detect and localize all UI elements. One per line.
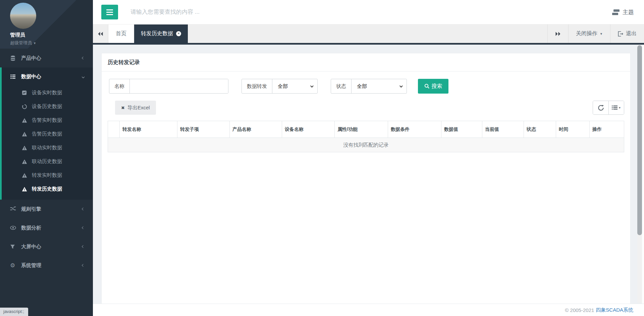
forward-filter-group: 数据转发 全部 — [241, 79, 318, 94]
sub-item-label: 告警历史数据 — [32, 131, 62, 137]
rewind-icon — [98, 32, 103, 36]
sidebar-item-device-realtime[interactable]: 设备实时数据 — [2, 86, 93, 100]
chevron-down-icon — [310, 84, 314, 88]
history-icon — [22, 104, 28, 109]
chevron-left-icon — [82, 226, 85, 229]
search-button-label: 搜索 — [432, 83, 442, 90]
logout-button[interactable]: 退出 — [610, 24, 644, 43]
status-tooltip: javascript:; — [0, 308, 28, 316]
close-operations-label: 关闭操作 — [576, 30, 597, 37]
export-excel-button[interactable]: ✖ 导出Excel — [115, 101, 156, 115]
name-filter-label: 名称 — [109, 79, 130, 93]
col-data-condition: 数据条件 — [388, 121, 441, 138]
tabbar: 首页 转发历史数据 ✕ 关闭操作 ▼ 退出 — [93, 24, 644, 43]
sub-item-label: 设备实时数据 — [32, 90, 62, 96]
list-columns-icon — [612, 105, 618, 110]
col-forward-subitem: 转发子项 — [177, 121, 230, 138]
tabs-scroll-right-button[interactable] — [547, 24, 568, 43]
eye-icon — [10, 225, 17, 230]
refresh-icon — [598, 105, 604, 111]
sidebar-item-device-history[interactable]: 设备历史数据 — [2, 100, 93, 113]
warning-icon — [22, 131, 28, 137]
content-column: 主题 首页 转发历史数据 ✕ 关闭 — [93, 0, 644, 316]
brand-link[interactable]: 四象SCADA系统 — [596, 307, 633, 313]
search-button[interactable]: 搜索 — [418, 79, 448, 94]
col-select — [108, 121, 120, 138]
caret-down-icon: ▼ — [600, 32, 603, 36]
user-role-dropdown[interactable]: 超级管理员▼ — [10, 40, 93, 46]
sidebar-item-forward-history[interactable]: 转发历史数据 — [2, 182, 93, 196]
col-forward-name: 转发名称 — [120, 121, 177, 138]
avatar[interactable] — [10, 3, 36, 29]
tab-label: 首页 — [116, 30, 126, 37]
col-current-value: 当前值 — [482, 121, 524, 138]
close-x-icon: ✖ — [121, 105, 125, 110]
name-filter-group: 名称 — [109, 79, 228, 94]
refresh-button[interactable] — [593, 101, 608, 114]
forward-filter-select[interactable]: 全部 — [272, 79, 317, 93]
tabs-scroll-left-button[interactable] — [93, 24, 108, 43]
export-excel-label: 导出Excel — [127, 105, 150, 111]
gear-icon: ⚙ — [10, 263, 17, 268]
monitor-icon — [22, 90, 28, 95]
tab-forward-history-data[interactable]: 转发历史数据 ✕ — [134, 24, 188, 43]
sidebar-item-data-center[interactable]: 数据中心 — [2, 67, 93, 86]
columns-dropdown-button[interactable]: ▼ — [608, 101, 624, 114]
database-icon — [10, 55, 17, 61]
user-profile: 管理员 超级管理员▼ — [0, 0, 93, 49]
empty-state-row: 没有找到匹配的记录 — [108, 138, 624, 152]
warning-icon — [22, 118, 28, 123]
col-device-name: 设备名称 — [282, 121, 335, 138]
forward-filter-value: 全部 — [278, 83, 288, 90]
tab-home[interactable]: 首页 — [108, 24, 134, 43]
user-name: 管理员 — [10, 32, 93, 38]
chevron-left-icon — [82, 57, 85, 59]
topbar: 主题 — [93, 0, 644, 24]
warning-icon — [22, 173, 28, 178]
close-operations-dropdown[interactable]: 关闭操作 ▼ — [568, 24, 610, 43]
status-filter-select[interactable]: 全部 — [352, 79, 407, 93]
copyright-text: © 2005-2021 — [565, 307, 594, 313]
sub-item-label: 联动历史数据 — [32, 158, 62, 165]
sidebar-item-bigscreen-center[interactable]: 大屏中心 — [0, 237, 93, 256]
filter-row: 名称 数据转发 全部 状态 — [108, 79, 624, 94]
warning-icon — [22, 187, 28, 192]
sidebar-item-label: 规则引擎 — [21, 206, 41, 212]
search-icon — [424, 84, 430, 89]
chevron-down-icon — [82, 75, 85, 78]
global-search-input[interactable] — [130, 9, 305, 15]
col-status: 状态 — [524, 121, 556, 138]
chevron-left-icon — [82, 245, 85, 248]
sidebar-item-linkage-history[interactable]: 联动历史数据 — [2, 155, 93, 168]
theme-button[interactable]: 主题 — [612, 8, 634, 16]
sidebar-item-alarm-realtime[interactable]: 告警实时数据 — [2, 113, 93, 127]
theme-label: 主题 — [623, 8, 634, 16]
sidebar-item-alarm-history[interactable]: 告警历史数据 — [2, 127, 93, 141]
sidebar-item-system-management[interactable]: ⚙ 系统管理 — [0, 256, 93, 275]
hamburger-menu-button[interactable] — [101, 5, 118, 19]
sidebar-item-data-analysis[interactable]: 数据分析 — [0, 218, 93, 237]
logout-label: 退出 — [626, 30, 637, 37]
sidebar-item-rule-engine[interactable]: 规则引擎 — [0, 200, 93, 218]
warning-icon — [22, 145, 28, 151]
caret-down-icon: ▼ — [33, 42, 36, 45]
funnel-icon — [10, 244, 17, 249]
main-wrapper: 历史转发记录 名称 数据转发 全部 — [93, 45, 644, 304]
sidebar: 管理员 超级管理员▼ 产品中心 数据中心 — [0, 0, 93, 316]
user-role-label: 超级管理员 — [10, 40, 32, 45]
sub-item-label: 告警实时数据 — [32, 117, 62, 123]
tab-close-icon[interactable]: ✕ — [176, 31, 181, 36]
scrollbar-track[interactable] — [637, 45, 642, 303]
name-filter-input[interactable] — [130, 79, 228, 93]
scrollbar-thumb[interactable] — [637, 45, 642, 235]
sidebar-item-product-center[interactable]: 产品中心 — [0, 49, 93, 67]
status-filter-label: 状态 — [331, 79, 352, 93]
forward-filter-label: 数据转发 — [242, 79, 272, 93]
sidebar-item-forward-realtime[interactable]: 转发实时数据 — [2, 168, 93, 182]
sidebar-item-linkage-realtime[interactable]: 联动实时数据 — [2, 141, 93, 155]
col-attribute-function: 属性/功能 — [335, 121, 388, 138]
fast-forward-icon — [555, 32, 561, 36]
page-footer: © 2005-2021 四象SCADA系统 — [93, 304, 644, 316]
sidebar-item-label: 数据中心 — [21, 73, 41, 80]
table-header-row: 转发名称 转发子项 产品名称 设备名称 属性/功能 数据条件 数据值 当前值 状… — [108, 121, 624, 138]
